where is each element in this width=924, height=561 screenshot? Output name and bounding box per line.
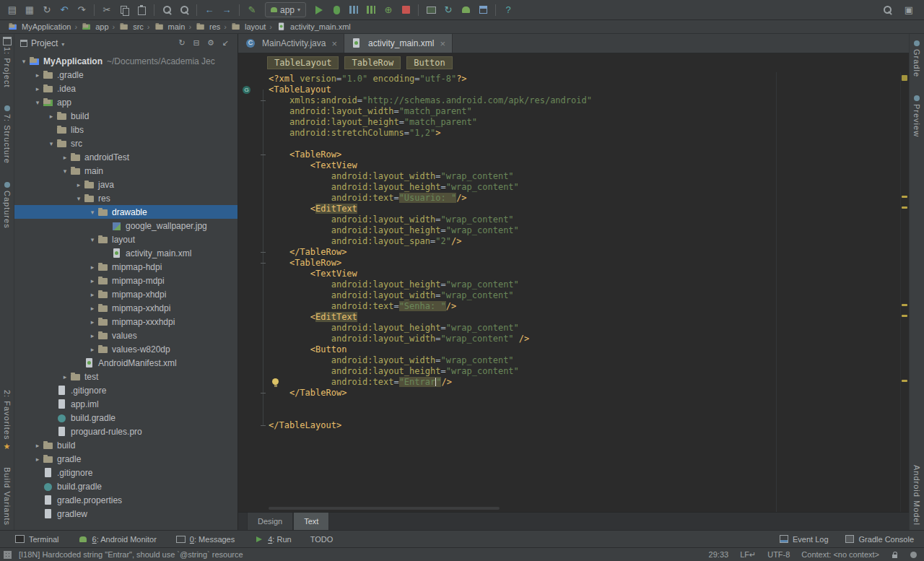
breadcrumb-item-layout[interactable]: layout bbox=[230, 21, 266, 32]
warning-stripe-mark[interactable] bbox=[902, 380, 907, 382]
warning-stripe-mark[interactable] bbox=[902, 206, 907, 209]
project-view-selector[interactable]: Project bbox=[31, 38, 58, 48]
tree-row-test[interactable]: ▸test bbox=[14, 370, 237, 383]
run-icon[interactable] bbox=[311, 2, 327, 18]
tree-row-build[interactable]: ▸build bbox=[14, 109, 237, 123]
editor-tab-activity-main-xml[interactable]: activity_main.xml× bbox=[344, 34, 453, 53]
tag-breadcrumb-tablerow[interactable]: TableRow bbox=[344, 56, 401, 69]
close-icon[interactable]: × bbox=[440, 38, 445, 49]
tool-stripe-build-variants[interactable]: Build Variants bbox=[3, 467, 12, 526]
tree-row-build-gradle[interactable]: build.gradle bbox=[14, 479, 237, 493]
tool-stripe-gradle[interactable]: Gradle bbox=[912, 38, 921, 77]
tree-row-values-w820dp[interactable]: ▸values-w820dp bbox=[14, 342, 237, 356]
forward-icon[interactable]: → bbox=[219, 2, 235, 18]
toolwindow-button-terminal[interactable]: Terminal bbox=[14, 535, 59, 544]
tree-toggle[interactable]: ▸ bbox=[87, 318, 97, 326]
tree-row-gradle-properties[interactable]: gradle.properties bbox=[14, 493, 237, 507]
run-config-select[interactable]: app▾ bbox=[265, 2, 306, 17]
breadcrumb-item-src[interactable]: src bbox=[118, 21, 144, 32]
toolwindow-switcher-icon[interactable] bbox=[4, 551, 12, 559]
fold-marker[interactable] bbox=[261, 252, 266, 253]
tree-row-androidmanifest-xml[interactable]: AndroidManifest.xml bbox=[14, 356, 237, 370]
tree-toggle[interactable]: ▸ bbox=[87, 264, 97, 271]
warning-stripe-mark[interactable] bbox=[902, 304, 907, 306]
breadcrumb-item-app[interactable]: app bbox=[81, 21, 108, 32]
collapse-all-icon[interactable]: ⊟ bbox=[190, 38, 203, 48]
tree-toggle[interactable]: ▸ bbox=[32, 442, 43, 449]
tree-toggle[interactable]: ▸ bbox=[87, 277, 97, 284]
tree-row-idea[interactable]: ▸.idea bbox=[14, 82, 237, 95]
close-icon[interactable]: × bbox=[331, 38, 337, 49]
tree-row-java[interactable]: ▸java bbox=[14, 178, 237, 191]
toolwindow-button-event-log[interactable]: Event Log bbox=[778, 535, 829, 544]
hide-panel-icon[interactable]: ↙ bbox=[219, 38, 232, 48]
tree-row-build-gradle[interactable]: build.gradle bbox=[14, 411, 237, 425]
tree-row-res[interactable]: ▾res bbox=[14, 191, 237, 205]
inspection-status-icon[interactable] bbox=[902, 75, 907, 81]
warning-stripe-mark[interactable] bbox=[902, 196, 907, 198]
editor-mode-tab-text[interactable]: Text bbox=[293, 513, 329, 530]
tree-toggle[interactable]: ▸ bbox=[46, 113, 56, 120]
tree-row-layout[interactable]: ▾layout bbox=[14, 232, 237, 246]
tree-row-gradle[interactable]: ▸.gradle bbox=[14, 68, 237, 82]
editor-mode-tab-design[interactable]: Design bbox=[247, 513, 293, 530]
tool-stripe-preview[interactable]: Preview bbox=[912, 93, 921, 137]
avd-manager-icon[interactable] bbox=[423, 2, 439, 18]
tree-row-values[interactable]: ▸values bbox=[14, 329, 237, 342]
tree-toggle[interactable]: ▸ bbox=[87, 291, 97, 298]
save-all-icon[interactable]: ▦ bbox=[22, 2, 38, 18]
breadcrumb-item-activity-main-xml[interactable]: activity_main.xml bbox=[276, 21, 351, 32]
profiler-icon[interactable] bbox=[363, 2, 379, 18]
tree-row-myapplication[interactable]: ▾MyApplication~/Documents/Academia Jec bbox=[14, 54, 237, 68]
tree-toggle[interactable]: ▸ bbox=[60, 373, 70, 380]
toolwindow-button-run[interactable]: 4: Run bbox=[253, 535, 291, 544]
tree-row-app-iml[interactable]: app.iml bbox=[14, 397, 237, 411]
coverage-icon[interactable] bbox=[346, 2, 362, 18]
tree-row-mipmap-mdpi[interactable]: ▸mipmap-mdpi bbox=[14, 274, 237, 287]
tree-row-libs[interactable]: libs bbox=[14, 123, 237, 136]
tree-toggle[interactable]: ▾ bbox=[46, 140, 56, 147]
fold-marker[interactable] bbox=[261, 155, 266, 155]
search-everywhere-icon[interactable] bbox=[879, 2, 895, 18]
tree-toggle[interactable]: ▸ bbox=[60, 154, 70, 161]
tree-toggle[interactable]: ▸ bbox=[32, 456, 43, 463]
caret-position[interactable]: 29:33 bbox=[709, 550, 729, 559]
tree-toggle[interactable]: ▾ bbox=[19, 58, 29, 65]
toolwindow-button-todo[interactable]: TODO bbox=[310, 535, 334, 544]
tag-breadcrumb-tablelayout[interactable]: TableLayout bbox=[267, 56, 339, 69]
breadcrumb-item-main[interactable]: main bbox=[154, 21, 186, 32]
toolwindow-button-gradle-console[interactable]: Gradle Console bbox=[845, 535, 914, 544]
tree-row-gitignore[interactable]: .gitignore bbox=[14, 466, 237, 479]
breadcrumb-item-myapplication[interactable]: MyApplication bbox=[7, 21, 71, 32]
panel-config-icon[interactable]: ▣ bbox=[901, 2, 917, 18]
replace-icon[interactable] bbox=[176, 2, 192, 18]
tree-toggle[interactable]: ▾ bbox=[32, 99, 43, 106]
tree-toggle[interactable]: ▸ bbox=[32, 71, 43, 79]
make-project-icon[interactable]: ✎ bbox=[244, 2, 260, 18]
lock-icon[interactable] bbox=[891, 551, 899, 559]
tool-stripe-captures[interactable]: Captures bbox=[3, 180, 12, 229]
tree-row-androidtest[interactable]: ▸androidTest bbox=[14, 150, 237, 164]
tree-row-main[interactable]: ▾main bbox=[14, 164, 237, 178]
gear-icon[interactable]: ⚙ bbox=[204, 38, 217, 48]
intention-bulb-icon[interactable] bbox=[272, 378, 279, 385]
tool-stripe-2-favorites[interactable]: 2: Favorites★ bbox=[3, 390, 12, 451]
tree-row-drawable[interactable]: ▾drawable bbox=[14, 205, 237, 219]
tree-row-gradlew[interactable]: gradlew bbox=[14, 507, 237, 521]
tree-toggle[interactable]: ▾ bbox=[87, 236, 97, 243]
tree-toggle[interactable]: ▸ bbox=[32, 85, 43, 92]
tree-row-mipmap-hdpi[interactable]: ▸mipmap-hdpi bbox=[14, 260, 237, 274]
encoding-indicator[interactable]: UTF-8 bbox=[767, 550, 790, 559]
tree-toggle[interactable]: ▸ bbox=[87, 346, 97, 353]
fold-marker[interactable] bbox=[261, 263, 266, 264]
tool-stripe-android-model[interactable]: Android Model bbox=[912, 465, 921, 526]
horizontal-scrollbar[interactable] bbox=[269, 507, 500, 510]
paste-icon[interactable] bbox=[134, 2, 149, 18]
project-structure-icon[interactable] bbox=[475, 2, 491, 18]
tree-toggle[interactable]: ▸ bbox=[87, 332, 97, 339]
attach-debugger-icon[interactable]: ⊕ bbox=[380, 2, 396, 18]
open-project-icon[interactable]: ▤ bbox=[4, 2, 20, 18]
tag-breadcrumb-button[interactable]: Button bbox=[406, 56, 452, 69]
toolwindow-button-android-monitor[interactable]: 6: Android Monitor bbox=[78, 535, 157, 544]
tree-row-src[interactable]: ▾src bbox=[14, 136, 237, 150]
